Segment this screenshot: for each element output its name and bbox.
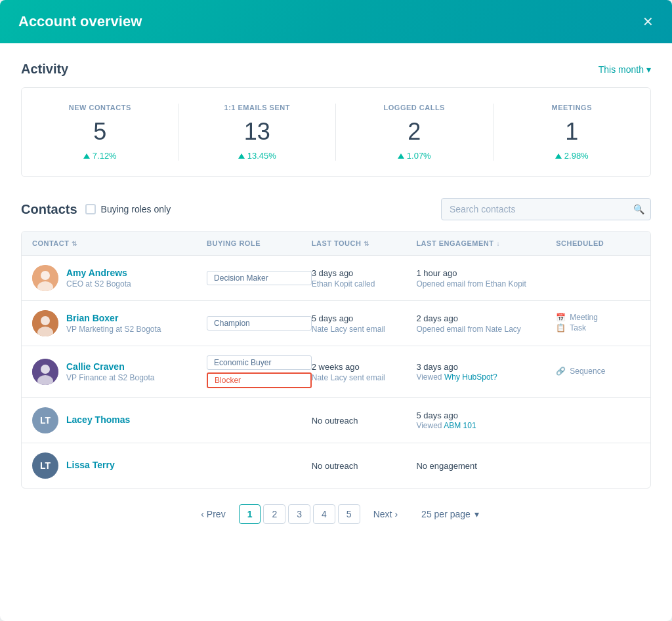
metric-value: 5 xyxy=(32,118,168,146)
contact-name[interactable]: Brian Boxer xyxy=(66,313,161,323)
contact-cell: Callie Craven VP Finance at S2 Bogota xyxy=(32,359,207,385)
scheduled-cell: 📅 Meeting 📋 Task xyxy=(556,313,640,334)
last-touch-primary: 5 days ago xyxy=(312,313,354,323)
buying-roles-label: Buying roles only xyxy=(101,204,171,214)
activity-metric: 1:1 EMAILS SENT 13 13.45% xyxy=(179,104,337,161)
last-touch-sub: Nate Lacy sent email xyxy=(312,373,417,382)
sort-icon-contact[interactable]: ⇅ xyxy=(72,240,77,247)
avatar: LT xyxy=(32,407,58,433)
period-label: This month xyxy=(598,64,644,75)
contact-title: VP Finance at S2 Bogota xyxy=(66,373,155,382)
per-page-chevron-icon: ▾ xyxy=(474,509,479,519)
table-row: LT Lacey Thomas No outreach 5 days ago V… xyxy=(22,398,650,443)
avatar xyxy=(32,359,58,385)
sort-icon-engagement[interactable]: ↓ xyxy=(497,240,501,247)
avatar xyxy=(32,265,58,291)
engagement-primary: 1 hour ago xyxy=(416,268,457,278)
page-numbers: 12345 xyxy=(239,504,360,524)
engagement-cell: 3 days ago Viewed Why HubSpot? xyxy=(416,362,556,382)
modal-body: Activity This month ▾ NEW CONTACTS 5 7.1… xyxy=(0,43,672,621)
activity-card: NEW CONTACTS 5 7.12% 1:1 EMAILS SENT 13 … xyxy=(21,87,651,177)
checkbox-box[interactable] xyxy=(85,204,96,214)
contacts-title: Contacts xyxy=(21,202,77,217)
contact-name[interactable]: Amy Andrews xyxy=(66,268,131,278)
contact-title: VP Marketing at S2 Bogota xyxy=(66,325,161,334)
engagement-sub: Opened email from Nate Lacy xyxy=(416,325,556,334)
chevron-down-icon: ▾ xyxy=(646,64,651,75)
account-overview-modal: Account overview ✕ Activity This month ▾… xyxy=(0,0,672,621)
engagement-link[interactable]: Why HubSpot? xyxy=(444,372,497,382)
last-touch-primary: 2 weeks ago xyxy=(312,362,360,372)
period-selector-button[interactable]: This month ▾ xyxy=(598,64,651,75)
search-icon[interactable]: 🔍 xyxy=(633,204,644,214)
scheduled-icon: 📋 xyxy=(556,323,566,332)
buying-role-cell: Champion xyxy=(207,316,312,331)
contact-info: Lissa Terry xyxy=(66,460,115,471)
contact-info: Callie Craven VP Finance at S2 Bogota xyxy=(66,361,155,382)
page-button-5[interactable]: 5 xyxy=(338,504,360,524)
prev-button[interactable]: ‹ Prev xyxy=(193,505,233,523)
per-page-selector[interactable]: 25 per page ▾ xyxy=(421,509,479,519)
th-last-engagement: LAST ENGAGEMENT ↓ xyxy=(416,239,556,247)
page-button-2[interactable]: 2 xyxy=(263,504,285,524)
avatar: LT xyxy=(32,452,58,479)
contact-name[interactable]: Callie Craven xyxy=(66,361,155,372)
trend-up-icon xyxy=(555,153,562,159)
activity-section-header: Activity This month ▾ xyxy=(21,62,651,77)
table-body: Amy Andrews CEO at S2 Bogota Decision Ma… xyxy=(22,256,650,488)
buying-roles-checkbox[interactable]: Buying roles only xyxy=(85,204,171,214)
next-label: Next xyxy=(373,509,392,519)
search-input[interactable] xyxy=(441,198,651,220)
page-button-1[interactable]: 1 xyxy=(239,504,261,524)
table-row: Brian Boxer VP Marketing at S2 Bogota Ch… xyxy=(22,301,650,346)
modal-header: Account overview ✕ xyxy=(0,0,672,43)
contact-info: Amy Andrews CEO at S2 Bogota xyxy=(66,268,131,289)
contact-info: Lacey Thomas xyxy=(66,414,130,426)
per-page-label: 25 per page xyxy=(421,509,471,519)
pagination: ‹ Prev 12345 Next › 25 per page ▾ xyxy=(21,489,651,534)
engagement-cell: No engagement xyxy=(416,461,556,471)
last-touch-cell: 5 days ago Nate Lacy sent email xyxy=(312,313,417,334)
metric-change: 13.45% xyxy=(190,151,326,161)
scheduled-cell: 🔗 Sequence xyxy=(556,367,640,377)
last-touch-sub: Nate Lacy sent email xyxy=(312,325,417,334)
th-scheduled-label: SCHEDULED xyxy=(556,239,604,247)
last-touch-primary: 3 days ago xyxy=(312,268,354,278)
scheduled-item: 🔗 Sequence xyxy=(556,367,640,376)
avatar xyxy=(32,310,58,336)
last-touch-cell: 3 days ago Ethan Kopit called xyxy=(312,268,417,289)
close-button[interactable]: ✕ xyxy=(642,15,654,28)
metric-value: 2 xyxy=(346,118,482,146)
th-last-touch: LAST TOUCH ⇅ xyxy=(312,239,417,247)
metric-change-value: 1.07% xyxy=(407,151,431,161)
engagement-sub: Viewed ABM 101 xyxy=(416,421,476,430)
scheduled-icon: 📅 xyxy=(556,313,566,322)
activity-metric: NEW CONTACTS 5 7.12% xyxy=(22,104,179,161)
svg-point-7 xyxy=(41,365,50,374)
th-last-engagement-label: LAST ENGAGEMENT xyxy=(416,239,494,247)
page-button-3[interactable]: 3 xyxy=(288,504,310,524)
metric-label: 1:1 EMAILS SENT xyxy=(190,104,326,111)
modal-title: Account overview xyxy=(18,13,142,30)
th-scheduled: SCHEDULED xyxy=(556,239,640,247)
metric-label: NEW CONTACTS xyxy=(32,104,168,111)
contact-cell: Amy Andrews CEO at S2 Bogota xyxy=(32,265,207,291)
sort-icon-touch[interactable]: ⇅ xyxy=(364,240,369,247)
last-touch-cell: No outreach xyxy=(312,461,417,471)
metric-label: LOGGED CALLS xyxy=(346,104,482,111)
page-button-4[interactable]: 4 xyxy=(313,504,335,524)
buying-role-cell: Economic BuyerBlocker xyxy=(207,355,312,388)
trend-up-icon xyxy=(238,153,245,159)
engagement-primary: No engagement xyxy=(416,461,477,471)
contact-cell: Brian Boxer VP Marketing at S2 Bogota xyxy=(32,310,207,336)
chevron-right-icon: › xyxy=(394,509,398,519)
scheduled-item: 📅 Meeting xyxy=(556,313,640,322)
scheduled-icon: 🔗 xyxy=(556,367,566,376)
next-button[interactable]: Next › xyxy=(366,505,406,523)
contact-name[interactable]: Lissa Terry xyxy=(66,460,115,470)
metric-change-value: 7.12% xyxy=(93,151,117,161)
svg-point-1 xyxy=(41,271,50,280)
engagement-link[interactable]: ABM 101 xyxy=(444,421,476,430)
contact-name[interactable]: Lacey Thomas xyxy=(66,414,130,425)
role-badge: Champion xyxy=(207,316,312,331)
